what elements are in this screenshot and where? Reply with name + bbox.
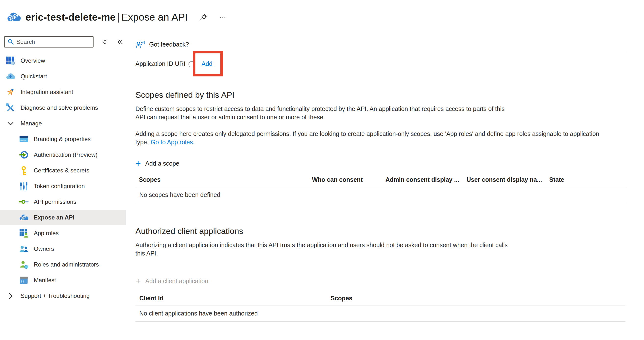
add-a-client-application-label: Add a client application — [145, 278, 208, 285]
sidebar-item-certificates-secrets[interactable]: Certificates & secrets — [0, 163, 126, 178]
collapse-menu-icon[interactable] — [116, 38, 124, 46]
scopes-section: Scopes defined by this API Define custom… — [136, 90, 626, 203]
sidebar-item-owners[interactable]: Owners — [0, 241, 126, 257]
page-header: eric-test-delete-me|Expose an API — [0, 0, 644, 34]
scopes-table-header: Scopes Who can consent Admin consent dis… — [136, 176, 626, 183]
description-line: this API. — [136, 249, 626, 258]
description-line: Define custom scopes to restrict access … — [136, 104, 626, 113]
add-application-id-uri-button[interactable]: Add — [202, 60, 212, 67]
sidebar-item-label: Quickstart — [20, 73, 47, 80]
column-header-who-can-consent: Who can consent — [312, 176, 386, 183]
go-to-app-roles-link[interactable]: Go to App roles. — [150, 138, 194, 146]
sidebar-item-label: Certificates & secrets — [34, 167, 90, 174]
note-line: type.Go to App roles. — [136, 138, 626, 146]
column-header-state: State — [549, 176, 564, 183]
sidebar-item-roles-administrators[interactable]: Roles and administrators — [0, 257, 126, 272]
sidebar-item-integration-assistant[interactable]: Integration assistant — [0, 84, 126, 100]
certificates-secrets-icon — [18, 165, 29, 176]
sidebar-item-label: Diagnose and solve problems — [20, 104, 98, 111]
column-header-user-consent-display: User consent display na... — [466, 176, 549, 183]
note-line: Adding a scope here creates only delegat… — [136, 130, 626, 138]
search-input-wrapper — [4, 36, 94, 48]
app-roles-icon — [18, 228, 29, 238]
sidebar-group-label: Manage — [20, 120, 42, 127]
svg-text:www: www — [20, 139, 26, 142]
app-registration-cloud-icon — [6, 10, 21, 24]
authentication-icon — [18, 150, 29, 160]
diagnose-icon — [6, 103, 16, 113]
add-a-scope-label: Add a scope — [145, 160, 179, 167]
column-header-scopes: Scopes — [139, 176, 312, 183]
scopes-empty-message: No scopes have been defined — [136, 187, 626, 203]
api-permissions-icon — [18, 197, 29, 207]
expose-an-api-icon — [18, 212, 29, 223]
sidebar-item-expose-an-api[interactable]: Expose an API — [0, 210, 126, 225]
sidebar-item-quickstart[interactable]: Quickstart — [0, 68, 126, 84]
authorized-clients-section: Authorized client applications Authorizi… — [136, 226, 626, 322]
title-separator: | — [116, 12, 121, 23]
sidebar-item-authentication[interactable]: Authentication (Preview) — [0, 147, 126, 163]
application-id-uri-label: Application ID URI — [136, 60, 185, 67]
sidebar-item-diagnose[interactable]: Diagnose and solve problems — [0, 100, 126, 116]
sidebar-item-label: Owners — [34, 246, 54, 252]
sidebar-item-label: Expose an API — [34, 214, 74, 221]
sidebar-item-label: App roles — [34, 230, 58, 237]
clients-table-header: Client Id Scopes — [136, 295, 626, 302]
sidebar-menu: Overview Quickstart — [0, 53, 126, 304]
more-icon[interactable] — [219, 13, 227, 21]
sidebar-item-label: Integration assistant — [20, 89, 73, 96]
sidebar-item-label: Authentication (Preview) — [34, 152, 98, 158]
table-divider — [136, 203, 626, 203]
svg-text:{ }: { } — [21, 280, 24, 283]
sidebar-item-label: Manifest — [34, 277, 56, 284]
integration-assistant-icon — [6, 87, 16, 97]
column-header-client-id: Client Id — [139, 295, 330, 302]
sidebar-item-label: Overview — [20, 57, 45, 64]
overview-icon — [6, 56, 16, 66]
blade-content: Got feedback? Application ID URI Add Sco… — [126, 34, 644, 322]
chevron-right-icon — [6, 291, 16, 301]
sidebar-item-label: Branding & properties — [34, 136, 90, 142]
chevron-down-icon — [6, 118, 16, 128]
branding-properties-icon: www — [18, 134, 29, 144]
roles-administrators-icon — [18, 260, 29, 270]
sidebar-item-app-roles[interactable]: App roles — [0, 225, 126, 241]
got-feedback-button[interactable]: Got feedback? — [136, 37, 189, 52]
pin-icon[interactable] — [199, 13, 208, 21]
add-a-client-application-button[interactable]: + Add a client application — [136, 276, 208, 286]
scopes-section-description: Define custom scopes to restrict access … — [136, 104, 626, 121]
sidebar-item-manifest[interactable]: { } Manifest — [0, 272, 126, 288]
plus-icon: + — [136, 159, 141, 168]
sidebar-item-api-permissions[interactable]: API permissions — [0, 194, 126, 210]
column-header-admin-consent-display: Admin consent display ... — [386, 176, 466, 183]
search-input[interactable] — [16, 38, 90, 45]
sidebar-group-label: Support + Troubleshooting — [20, 292, 90, 299]
sidebar-item-overview[interactable]: Overview — [0, 53, 126, 68]
note-line-prefix: type. — [136, 138, 149, 146]
authorized-clients-title: Authorized client applications — [136, 226, 626, 236]
sidebar-item-label: Roles and administrators — [34, 261, 99, 268]
manifest-icon: { } — [18, 275, 29, 285]
sidebar-group-manage[interactable]: Manage — [0, 116, 126, 131]
collapse-all-icon[interactable] — [101, 38, 109, 46]
add-a-scope-button[interactable]: + Add a scope — [136, 158, 179, 168]
sidebar-item-branding-properties[interactable]: www Branding & properties — [0, 131, 126, 147]
owners-icon — [18, 244, 29, 254]
description-line: API can request that a user or admin con… — [136, 113, 626, 121]
plus-icon: + — [136, 276, 141, 285]
scopes-section-note: Adding a scope here creates only delegat… — [136, 130, 626, 146]
sidebar-group-support-troubleshooting[interactable]: Support + Troubleshooting — [0, 288, 126, 304]
application-id-uri-row: Application ID URI Add — [136, 52, 626, 90]
blade-sidebar: Overview Quickstart — [0, 34, 126, 304]
scopes-section-title: Scopes defined by this API — [136, 90, 626, 100]
feedback-icon — [136, 40, 145, 49]
page-title: eric-test-delete-me|Expose an API — [26, 12, 188, 23]
sidebar-item-label: Token configuration — [34, 183, 85, 190]
quickstart-icon — [6, 71, 16, 82]
token-configuration-icon — [18, 181, 29, 191]
blade-name: Expose an API — [121, 12, 188, 23]
column-header-client-scopes: Scopes — [330, 295, 404, 302]
authorized-clients-description: Authorizing a client application indicat… — [136, 241, 626, 258]
sidebar-item-token-configuration[interactable]: Token configuration — [0, 178, 126, 194]
description-line: Authorizing a client application indicat… — [136, 241, 626, 249]
